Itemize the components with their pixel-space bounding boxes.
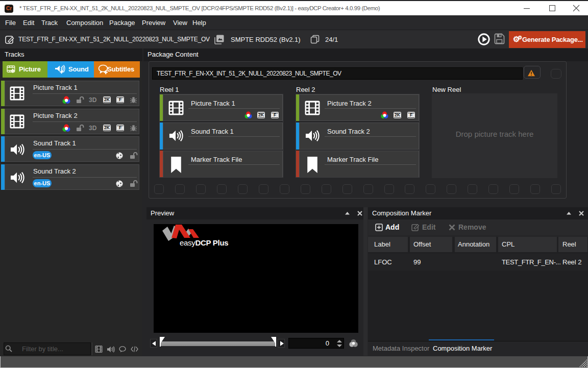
svg-text:easyDCP Plus: easyDCP Plus (180, 238, 228, 247)
